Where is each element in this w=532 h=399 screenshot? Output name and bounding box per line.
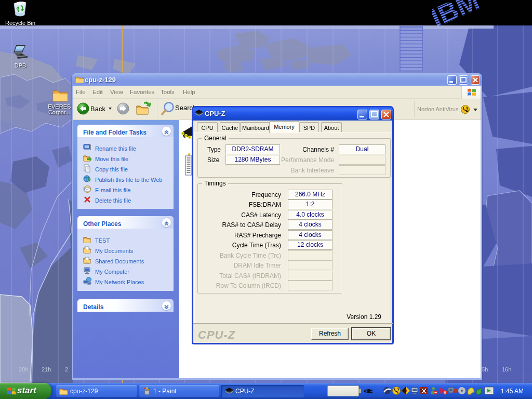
svg-text:20h: 20h bbox=[19, 366, 28, 373]
svg-text:Back: Back bbox=[90, 105, 105, 113]
svg-text:2: 2 bbox=[65, 366, 68, 373]
svg-text:21h: 21h bbox=[42, 366, 51, 373]
svg-text:IBM: IBM bbox=[432, 0, 484, 28]
svg-text:16h: 16h bbox=[502, 366, 511, 373]
